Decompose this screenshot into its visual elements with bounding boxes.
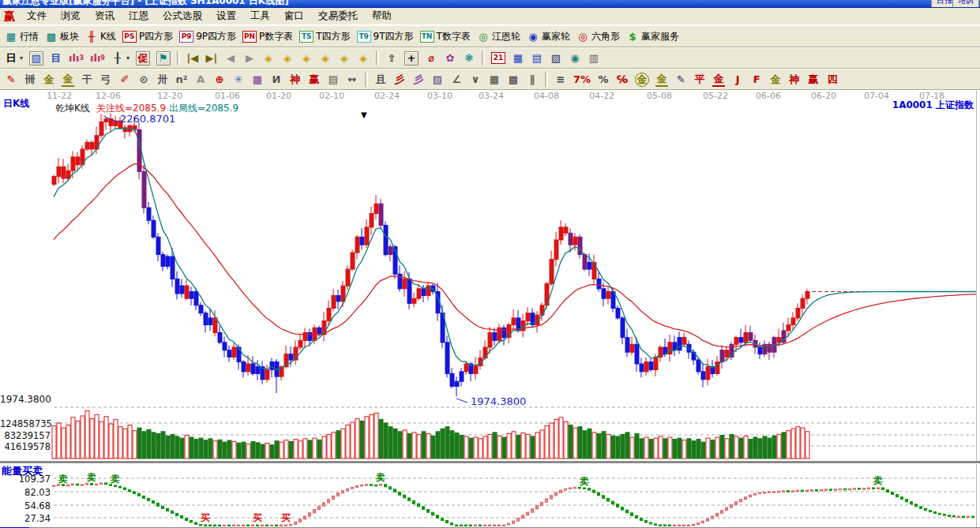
draw-tool-17-icon[interactable]: ▤: [324, 71, 343, 88]
draw-tool-36-icon[interactable]: ✎: [671, 71, 690, 88]
diamond-h-icon[interactable]: ◈: [297, 50, 316, 67]
teal-wheel-icon[interactable]: ❃: [460, 50, 479, 67]
p9-square-icon[interactable]: P99P四方形: [176, 28, 239, 45]
menu-item-settings[interactable]: 设置: [209, 9, 243, 24]
diamond-cross-icon[interactable]: ◈: [316, 50, 335, 67]
draw-tool-6-icon[interactable]: ✐: [115, 71, 134, 88]
draw-tool-21-icon[interactable]: 彡: [390, 71, 409, 88]
draw-tool-28-icon[interactable]: ∥: [523, 71, 542, 88]
draw-tool-27-icon[interactable]: ▩: [504, 71, 523, 88]
quotes-icon[interactable]: ▦行情: [2, 28, 42, 45]
draw-tool-34-icon[interactable]: 金: [632, 71, 652, 88]
menu-item-formula-stock[interactable]: 公式选股: [156, 9, 209, 24]
cu-tool-icon[interactable]: 促: [133, 50, 153, 67]
draw-tool-4-icon[interactable]: 干: [77, 71, 96, 88]
draw-tool-31-icon[interactable]: 7%: [570, 71, 594, 88]
period-day-dropdown[interactable]: 日▾: [2, 50, 26, 67]
draw-tool-1-icon[interactable]: 卌: [21, 71, 39, 88]
winner-wheel-icon[interactable]: ◉赢家轮: [524, 28, 573, 45]
draw-tool-37-icon[interactable]: 平: [690, 71, 709, 88]
purple-wheel-icon[interactable]: ✿: [441, 50, 460, 67]
draw-tool-40-icon[interactable]: F: [747, 71, 766, 88]
draw-tool-13-icon[interactable]: ▩: [248, 71, 267, 88]
draw-tool-0-icon[interactable]: ✎: [2, 71, 21, 88]
measure-tool-icon[interactable]: ⌀: [422, 50, 441, 67]
flag-chart-icon[interactable]: ⚑: [153, 50, 174, 67]
draw-tool-14-icon[interactable]: И: [267, 71, 286, 88]
next-button[interactable]: ▶: [240, 50, 259, 67]
draw-tool-25-icon[interactable]: ∨: [466, 71, 485, 88]
draw-tool-23-icon[interactable]: ▨: [428, 71, 447, 88]
print-icon[interactable]: ▥: [584, 50, 603, 67]
draw-tool-18-icon[interactable]: ↔: [343, 71, 362, 88]
diamond-star-icon[interactable]: ◈: [335, 50, 354, 67]
draw-tool-16-icon[interactable]: 赢: [305, 71, 324, 88]
t-square-icon[interactable]: TST四方形: [296, 28, 353, 45]
draw-tool-43-icon[interactable]: 赢: [804, 71, 823, 88]
draw-tool-26-icon[interactable]: ▦: [485, 71, 504, 88]
draw-tool-5-icon[interactable]: 弓: [96, 71, 115, 88]
menu-item-tools[interactable]: 工具: [243, 9, 277, 24]
p-number-icon[interactable]: PNP数字表: [239, 28, 296, 45]
hand-tool-icon[interactable]: ⇪: [382, 50, 401, 67]
menu-item-help[interactable]: 帮助: [365, 9, 399, 24]
chart-area[interactable]: 卖卖卖卖卖卖买买买▼ 11-2212-0612-2001-0601-2002-1…: [0, 90, 980, 527]
draw-tool-9-icon[interactable]: n²: [172, 71, 191, 88]
draw-tool-32-icon[interactable]: %: [594, 71, 613, 88]
winner-service-icon[interactable]: $赢家服务: [623, 28, 682, 45]
draw-tool-30-icon[interactable]: ≡: [551, 71, 570, 88]
last-button[interactable]: ▶|: [202, 50, 221, 67]
draw-tool-24-icon[interactable]: ∠: [447, 71, 466, 88]
prev-button[interactable]: ◀: [221, 50, 240, 67]
draw-tool-15-icon[interactable]: 神: [286, 71, 305, 88]
draw-tool-7-icon[interactable]: ⊙: [134, 71, 153, 88]
menu-item-gann[interactable]: 江恩: [122, 9, 156, 24]
draw-tool-33-icon[interactable]: ℅: [613, 71, 632, 88]
web-image-icon[interactable]: ◉: [565, 50, 584, 67]
crosshair-tool-icon[interactable]: +: [401, 50, 422, 67]
calculator-icon[interactable]: ▦: [509, 50, 528, 67]
candle-style-dropdown[interactable]: ╂▾: [108, 50, 133, 67]
draw-tool-22-icon[interactable]: 彡: [409, 71, 428, 88]
draw-tool-3-icon[interactable]: 金: [58, 71, 77, 88]
draw-tool-41-icon[interactable]: 金: [766, 71, 785, 88]
draw-tool-20-icon[interactable]: 且: [371, 71, 390, 88]
diamond-right-icon[interactable]: ◈: [278, 50, 297, 67]
menu-item-trade-order[interactable]: 交易委托: [311, 9, 365, 24]
p-square-icon[interactable]: PSP四方形: [119, 28, 176, 45]
first-button[interactable]: |◀: [183, 50, 202, 67]
bars3-icon[interactable]: ılı3: [66, 50, 87, 67]
draw-tool-8-icon[interactable]: 卅: [153, 71, 172, 88]
gann-wheel-icon[interactable]: ◎江恩轮: [474, 28, 524, 45]
draw-tool-35-icon[interactable]: 金: [652, 71, 671, 88]
draw-tool-38-icon[interactable]: 金: [709, 71, 728, 88]
bars9-icon[interactable]: ılı9: [87, 50, 108, 67]
draw-tool-42-icon[interactable]: 神: [785, 71, 804, 88]
draw-tool-2-icon[interactable]: 金: [39, 71, 58, 88]
training-button[interactable]: 培训: [952, 0, 979, 8]
draw-tool-11-icon[interactable]: ⊕: [210, 71, 229, 88]
notes-icon[interactable]: ▤: [528, 50, 546, 67]
menu-item-browse[interactable]: 浏览: [54, 9, 88, 24]
t-number-icon[interactable]: TNT数字表: [417, 28, 474, 45]
save-icon[interactable]: ▧: [546, 50, 565, 67]
diamond-left-icon[interactable]: ◈: [259, 50, 278, 67]
title-bar[interactable]: 赢家江恩专业版[赢家服务平台] - [上证指数 SH1A0001 日K线图] 日…: [0, 0, 980, 8]
report-icon[interactable]: 目: [47, 50, 66, 67]
menu-item-info[interactable]: 资讯: [88, 9, 122, 24]
hexagon-icon[interactable]: ◎六角形: [573, 28, 623, 45]
sectors-icon[interactable]: ▩板块: [42, 28, 82, 45]
menu-item-window[interactable]: 窗口: [277, 9, 311, 24]
menu-item-file[interactable]: 文件: [20, 9, 54, 24]
diamond-all-icon[interactable]: ◈: [354, 50, 373, 67]
kline-icon[interactable]: ╫K线: [82, 28, 119, 45]
indicator-axis-1: 109.37: [0, 474, 51, 485]
toolbar-separator: [376, 51, 379, 66]
draw-tool-10-icon[interactable]: A: [191, 71, 210, 88]
draw-tool-39-icon[interactable]: J: [728, 71, 747, 88]
chart-window-icon[interactable]: ▨: [26, 50, 47, 67]
draw-tool-44-icon[interactable]: 四: [823, 71, 842, 88]
draw-tool-12-icon[interactable]: ✳: [229, 71, 248, 88]
t9-square-icon[interactable]: T99T四方形: [354, 28, 417, 45]
calendar-21-icon[interactable]: 21: [488, 50, 509, 67]
